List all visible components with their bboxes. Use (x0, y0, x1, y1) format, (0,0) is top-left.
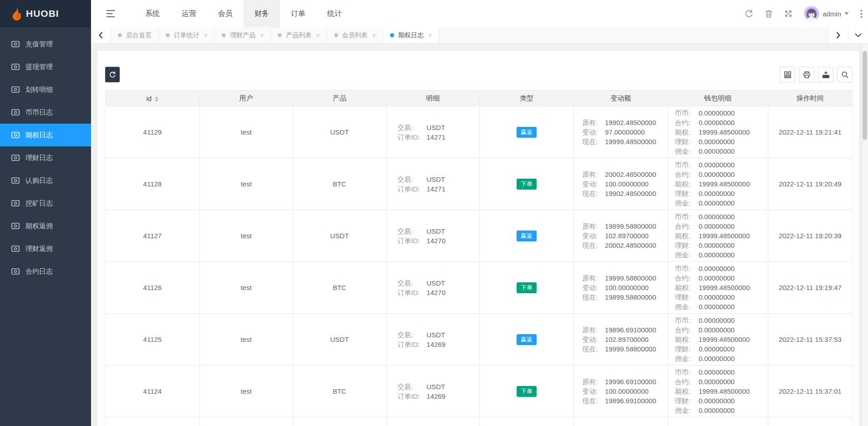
type-badge: 赢返 (517, 334, 537, 345)
cell-detail: 交易:USDT订单ID:14271 (386, 158, 480, 210)
trash-icon[interactable] (765, 10, 773, 18)
cell-wallet: 币币:0.00000000合约:0.00000000 (668, 417, 768, 426)
cell-time: 2022-12-11 19:20:49 (768, 158, 852, 210)
topnav-item-4[interactable]: 订单 (280, 0, 316, 27)
columns-icon[interactable] (780, 67, 795, 82)
tab-dot-icon (222, 33, 226, 37)
tab-2[interactable]: 理财产品 × (215, 27, 271, 43)
cell-product: USDT (293, 106, 386, 158)
cell-user: test (199, 262, 293, 314)
sidebar-item-2[interactable]: 划转明细 (0, 78, 91, 101)
tab-4[interactable]: 会员列表 × (327, 27, 383, 43)
username: admin (822, 10, 841, 18)
tab-label: 期权日志 (398, 31, 424, 40)
cell-change: 原有:19996.69100000变动:100.00000000现在:19896… (574, 366, 668, 417)
brand-logo[interactable]: HUOBI (0, 0, 91, 27)
banknote-icon (11, 132, 20, 138)
sidebar-item-0[interactable]: 充值管理 (0, 33, 91, 55)
cell-product: BTC (293, 158, 386, 210)
cell-user: test (199, 106, 293, 158)
sidebar-item-1[interactable]: 提现管理 (0, 55, 91, 78)
close-icon[interactable]: × (316, 32, 320, 39)
cell-type: 赢返 (480, 210, 574, 262)
tabs-scroll-left-icon[interactable] (91, 27, 111, 43)
table-refresh-button[interactable] (105, 67, 120, 82)
topnav: 系统 运营 会员 财务 订单 统计 (134, 0, 353, 27)
vertical-scrollbar[interactable] (861, 44, 868, 426)
cell-time: 2022-12-11 15:37:53 (768, 314, 852, 366)
cell-wallet: 币币:0.00000000合约:0.00000000期权:19999.48500… (668, 366, 768, 417)
type-badge: 赢返 (517, 127, 537, 138)
options-log-table: id用户产品明细类型变动额钱包明细操作时间 41129 test USDT 交易… (105, 90, 853, 426)
cell-id: 41124 (106, 366, 200, 417)
brand-name: HUOBI (26, 8, 59, 19)
banknote-icon (11, 223, 20, 229)
tabbar: 后台首页 订单统计 × 理财产品 × 产品列表 × 会员列表 × 期权日志 × (91, 27, 868, 44)
fullscreen-icon[interactable] (784, 10, 792, 18)
close-icon[interactable]: × (204, 32, 208, 39)
user-menu[interactable]: admin (804, 6, 849, 21)
table-row: 41127 test USDT 交易:USDT订单ID:14270 赢返 原有:… (106, 210, 853, 262)
table-row: 41125 test USDT 交易:USDT订单ID:14269 赢返 原有:… (106, 314, 853, 366)
tab-1[interactable]: 订单统计 × (159, 27, 215, 43)
sidebar-item-9[interactable]: 理财返佣 (0, 237, 91, 260)
sort-icon[interactable] (155, 96, 158, 102)
export-icon[interactable] (818, 67, 833, 82)
type-badge: 赢返 (517, 231, 537, 241)
sidebar-item-6[interactable]: 认购日志 (0, 169, 91, 192)
tab-dot-icon (390, 33, 394, 37)
tabs-menu-icon[interactable] (848, 27, 868, 43)
sidebar-item-4[interactable]: 期权日志 (0, 124, 91, 146)
tab-0[interactable]: 后台首页 (111, 27, 159, 43)
col-header: 变动额 (574, 90, 668, 106)
cell-detail: 交易:USDT订单ID:14269 (386, 314, 480, 366)
print-icon[interactable] (799, 67, 814, 82)
cell-id: 41126 (106, 262, 200, 314)
topnav-item-0[interactable]: 系统 (134, 0, 171, 27)
table-row: 41128 test BTC 交易:USDT订单ID:14271 下单 原有:2… (106, 158, 853, 210)
tab-5[interactable]: 期权日志 × (383, 27, 439, 43)
cell-id: 41125 (106, 314, 200, 366)
cell-detail (386, 417, 480, 426)
refresh-icon[interactable] (745, 10, 753, 18)
tab-3[interactable]: 产品列表 × (271, 27, 327, 43)
topnav-item-5[interactable]: 统计 (316, 0, 353, 27)
topnav-item-1[interactable]: 运营 (171, 0, 207, 27)
cell-id (106, 417, 200, 426)
close-icon[interactable]: × (260, 32, 264, 39)
cell-wallet: 币币:0.00000000合约:0.00000000期权:19999.48500… (668, 262, 768, 314)
close-icon[interactable]: × (372, 32, 376, 39)
sidebar-item-3[interactable]: 币币日志 (0, 101, 91, 124)
close-icon[interactable]: × (428, 32, 432, 39)
cell-type: 赢返 (480, 314, 574, 366)
tab-dot-icon (166, 33, 170, 37)
col-header: 明细 (386, 90, 480, 106)
sidebar-item-8[interactable]: 期权返佣 (0, 215, 91, 237)
cell-detail: 交易:USDT订单ID:14270 (386, 210, 480, 262)
more-vertical-icon[interactable] (860, 10, 863, 18)
sidebar-item-label: 合约日志 (25, 267, 53, 276)
cell-user: test (199, 210, 293, 262)
cell-change: 原有:19899.69100000 (574, 417, 668, 426)
content: id用户产品明细类型变动额钱包明细操作时间 41129 test USDT 交易… (91, 44, 868, 426)
cell-product: USDT (293, 314, 386, 366)
banknote-icon (11, 86, 20, 93)
cell-type (480, 417, 574, 426)
cell-wallet: 币币:0.00000000合约:0.00000000期权:19999.48500… (668, 314, 768, 366)
search-icon[interactable] (837, 67, 853, 82)
topnav-item-3[interactable]: 财务 (244, 0, 280, 27)
cell-id: 41128 (106, 158, 200, 210)
col-header[interactable]: id (106, 90, 200, 106)
col-header: 用户 (199, 90, 293, 106)
sidebar-collapse-icon[interactable] (106, 10, 115, 18)
scrollbar-thumb[interactable] (863, 51, 867, 140)
topnav-item-2[interactable]: 会员 (207, 0, 244, 27)
cell-time: 2022-12-11 15:37:01 (768, 366, 852, 417)
cell-wallet: 币币:0.00000000合约:0.00000000期权:19999.48500… (668, 106, 768, 158)
type-badge: 下单 (517, 282, 537, 293)
sidebar-item-10[interactable]: 合约日志 (0, 260, 91, 283)
cell-id: 41129 (106, 106, 200, 158)
sidebar-item-7[interactable]: 挖矿日志 (0, 192, 91, 215)
sidebar-item-5[interactable]: 理财日志 (0, 146, 91, 169)
tabs-scroll-right-icon[interactable] (828, 27, 848, 43)
